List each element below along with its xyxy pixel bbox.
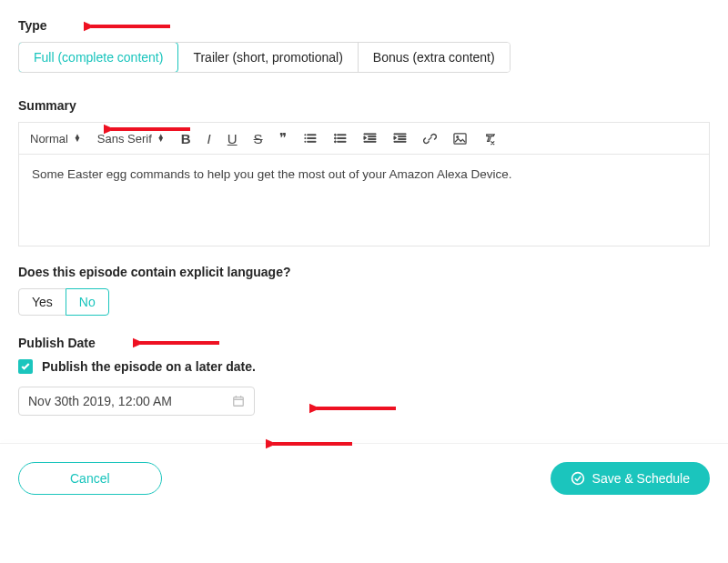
save-schedule-button[interactable]: Save & Schedule <box>551 462 710 495</box>
annotation-arrow <box>309 400 400 417</box>
svg-point-2 <box>334 140 336 142</box>
unordered-list-button[interactable] <box>333 132 347 146</box>
type-segmented-control: Full (complete content) Trailer (short, … <box>18 42 511 73</box>
explicit-no[interactable]: No <box>66 288 109 316</box>
font-family-value: Sans Serif <box>97 132 152 146</box>
annotation-arrow <box>266 436 357 452</box>
outdent-button[interactable] <box>363 132 377 146</box>
check-icon <box>20 361 31 372</box>
publish-later-checkbox[interactable] <box>18 359 33 374</box>
chevron-updown-icon: ▲▼ <box>157 135 165 142</box>
summary-textarea[interactable]: Some Easter egg commands to help you get… <box>19 155 709 246</box>
publish-date-input[interactable]: Nov 30th 2019, 12:00 AM <box>18 387 255 416</box>
svg-point-6 <box>571 473 583 485</box>
strikethrough-button[interactable]: S <box>254 131 263 146</box>
summary-editor: Normal ▲▼ Sans Serif ▲▼ B I U S ❞ <box>18 122 710 246</box>
bold-button[interactable]: B <box>181 131 191 146</box>
type-option-bonus[interactable]: Bonus (extra content) <box>359 43 510 72</box>
episode-form: Type Full (complete content) Trailer (sh… <box>18 18 710 513</box>
svg-point-0 <box>334 134 336 136</box>
underline-button[interactable]: U <box>228 131 238 146</box>
type-option-full[interactable]: Full (complete content) <box>18 42 178 73</box>
font-family-select[interactable]: Sans Serif ▲▼ <box>97 132 165 146</box>
summary-label: Summary <box>18 98 710 113</box>
image-button[interactable] <box>453 132 467 146</box>
explicit-label: Does this episode contain explicit langu… <box>18 265 710 279</box>
blockquote-button[interactable]: ❞ <box>279 130 287 146</box>
chevron-updown-icon: ▲▼ <box>74 135 81 142</box>
svg-point-1 <box>334 137 336 139</box>
publish-later-label: Publish the episode on a later date. <box>42 359 256 374</box>
indent-button[interactable] <box>393 132 407 146</box>
svg-rect-3 <box>454 133 466 143</box>
explicit-yes[interactable]: Yes <box>18 288 66 316</box>
paragraph-style-value: Normal <box>30 132 68 146</box>
clear-format-button[interactable] <box>483 132 497 146</box>
save-button-label: Save & Schedule <box>592 471 690 486</box>
publish-date-label: Publish Date <box>18 336 710 350</box>
ordered-list-button[interactable] <box>303 132 317 146</box>
paragraph-style-select[interactable]: Normal ▲▼ <box>30 132 81 146</box>
publish-date-value: Nov 30th 2019, 12:00 AM <box>28 394 172 408</box>
type-option-trailer[interactable]: Trailer (short, promotional) <box>178 43 358 72</box>
link-button[interactable] <box>423 132 437 146</box>
editor-toolbar: Normal ▲▼ Sans Serif ▲▼ B I U S ❞ <box>19 123 709 155</box>
svg-rect-5 <box>234 397 244 407</box>
calendar-icon <box>232 395 245 407</box>
cancel-button[interactable]: Cancel <box>18 462 162 495</box>
italic-button[interactable]: I <box>207 131 211 146</box>
footer-divider <box>0 443 728 444</box>
check-circle-icon <box>571 471 585 486</box>
explicit-segmented-control: Yes No <box>18 288 109 316</box>
type-label: Type <box>18 18 710 33</box>
svg-point-4 <box>456 136 458 137</box>
publish-later-row: Publish the episode on a later date. <box>18 359 710 374</box>
form-footer: Cancel Save & Schedule <box>18 462 710 513</box>
